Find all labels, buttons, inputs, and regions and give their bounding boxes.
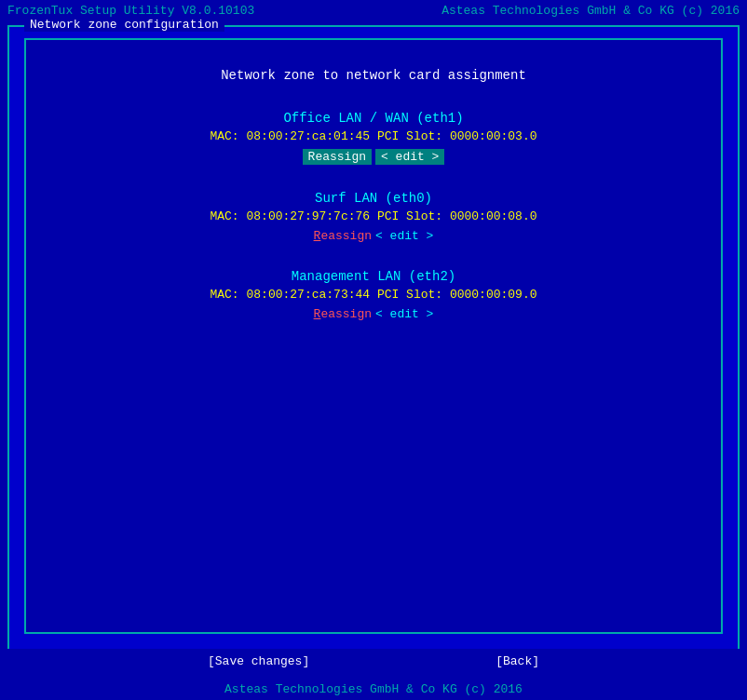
- edit-button-eth2[interactable]: < edit >: [375, 307, 433, 321]
- footer: Asteas Technologies GmbH & Co KG (c) 201…: [0, 679, 747, 700]
- back-button[interactable]: [Back]: [496, 654, 539, 668]
- footer-text: Asteas Technologies GmbH & Co KG (c) 201…: [224, 682, 523, 696]
- nic-actions-eth1: Reassign < edit >: [210, 149, 536, 165]
- nic-mac-eth0: MAC: 08:00:27:97:7c:76 PCI Slot: 0000:00…: [210, 209, 536, 223]
- edit-button-eth1[interactable]: < edit >: [375, 149, 444, 165]
- edit-button-eth0[interactable]: < edit >: [375, 229, 433, 243]
- app-title: FrozenTux Setup Utility V8.0.10103: [7, 4, 254, 18]
- page-title: Network zone to network card assignment: [221, 68, 526, 83]
- nic-actions-eth2: Reassign < edit >: [210, 307, 536, 321]
- reassign-button-eth0[interactable]: Reassign: [314, 229, 372, 243]
- nic-block-eth1: Office LAN / WAN (eth1) MAC: 08:00:27:ca…: [210, 111, 536, 165]
- nic-name-eth0: Surf LAN (eth0): [210, 191, 536, 206]
- company-info: Asteas Technologies GmbH & Co KG (c) 201…: [441, 4, 740, 18]
- reassign-button-eth2[interactable]: Reassign: [314, 307, 372, 321]
- main-frame: Network zone configuration Network zone …: [7, 25, 740, 651]
- inner-area: Network zone to network card assignment …: [24, 38, 723, 634]
- nic-actions-eth0: Reassign < edit >: [210, 229, 536, 243]
- bottom-buttons: [Save changes] [Back]: [0, 649, 747, 674]
- nic-name-eth1: Office LAN / WAN (eth1): [210, 111, 536, 126]
- save-button[interactable]: [Save changes]: [208, 654, 309, 668]
- nic-name-eth2: Management LAN (eth2): [210, 269, 536, 284]
- nic-mac-eth1: MAC: 08:00:27:ca:01:45 PCI Slot: 0000:00…: [210, 129, 536, 143]
- nic-block-eth0: Surf LAN (eth0) MAC: 08:00:27:97:7c:76 P…: [210, 191, 536, 243]
- nic-mac-eth2: MAC: 08:00:27:ca:73:44 PCI Slot: 0000:00…: [210, 288, 536, 302]
- reassign-button-eth1[interactable]: Reassign: [303, 149, 372, 165]
- nic-block-eth2: Management LAN (eth2) MAC: 08:00:27:ca:7…: [210, 269, 536, 321]
- frame-title: Network zone configuration: [24, 18, 224, 32]
